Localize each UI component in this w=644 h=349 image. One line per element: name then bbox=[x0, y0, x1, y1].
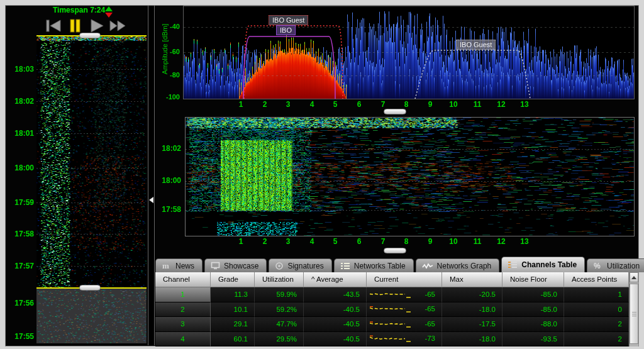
current-cell[interactable]: -65 bbox=[367, 287, 442, 302]
channel-tick-label: 8 bbox=[399, 237, 414, 246]
column-header-access-points[interactable]: Access Points bbox=[564, 272, 629, 287]
scroll-handle[interactable] bbox=[79, 285, 101, 291]
time-label: 17:57 bbox=[5, 262, 34, 270]
current-sparkline bbox=[369, 335, 413, 343]
timespan-label: Timespan 7:24 bbox=[53, 6, 105, 14]
table-scrollbar[interactable] bbox=[629, 272, 638, 346]
column-header-noise-floor[interactable]: Noise Floor bbox=[502, 272, 564, 287]
timeline-waterfall[interactable] bbox=[36, 36, 147, 343]
column-header-max[interactable]: Max bbox=[442, 272, 502, 287]
column-header-current[interactable]: Current bbox=[367, 272, 442, 287]
tab-label: Networks Graph bbox=[437, 262, 492, 270]
tab-label: Utilization bbox=[607, 262, 640, 270]
panel-splitter[interactable] bbox=[147, 6, 156, 345]
noise-floor-cell[interactable]: -93.5 bbox=[502, 332, 564, 347]
channel-row-header[interactable]: 3 bbox=[155, 317, 211, 332]
channel-row-header[interactable]: 2 bbox=[155, 302, 211, 318]
svg-text:m: m bbox=[162, 262, 169, 270]
channel-tick-label: 3 bbox=[280, 100, 296, 109]
channel-row-header[interactable]: 1 bbox=[155, 287, 211, 302]
time-label: 18:00 bbox=[153, 176, 181, 185]
channel-tick-label: 5 bbox=[328, 100, 343, 109]
tab-news[interactable]: mNews bbox=[155, 258, 203, 272]
scroll-handle[interactable] bbox=[384, 109, 406, 114]
signatures-icon bbox=[275, 262, 284, 270]
scroll-up-button[interactable] bbox=[630, 272, 638, 282]
current-value: -65 bbox=[425, 287, 435, 302]
channels-table: ChannelGradeUtilization^ AverageCurrentM… bbox=[155, 272, 629, 346]
noise-floor-cell[interactable]: -88.0 bbox=[502, 317, 564, 332]
tab-signatures[interactable]: Signatures bbox=[269, 258, 331, 272]
utilization-cell[interactable]: 59.2% bbox=[255, 302, 304, 318]
average-cell[interactable]: -40.5 bbox=[304, 317, 367, 332]
tab-showcase[interactable]: Showcase bbox=[204, 258, 267, 272]
current-sparkline bbox=[369, 320, 413, 328]
channel-tick-label: 10 bbox=[446, 237, 461, 246]
current-cell[interactable]: -65 bbox=[367, 317, 442, 332]
timespan-decrease-arrow[interactable] bbox=[105, 13, 113, 18]
column-header-utilization[interactable]: Utilization bbox=[255, 272, 304, 287]
channel-tick-label: 6 bbox=[352, 237, 367, 246]
y-tick-label: -100 bbox=[158, 93, 180, 101]
arrow-up-icon bbox=[631, 276, 636, 279]
tab-channels-table[interactable]: Channels Table bbox=[501, 257, 585, 272]
timespan-increase-arrow[interactable] bbox=[105, 6, 113, 11]
utilization-cell[interactable]: 47.7% bbox=[255, 317, 304, 332]
utilization-cell[interactable]: 59.9% bbox=[255, 287, 304, 302]
tab-label: News bbox=[175, 262, 194, 270]
channel-tick-label: 13 bbox=[517, 100, 532, 109]
grade-cell[interactable]: 10.1 bbox=[211, 302, 255, 318]
scroll-handle[interactable] bbox=[79, 33, 101, 38]
collapse-arrow-icon[interactable] bbox=[149, 197, 153, 203]
network-curve-ibo-guest-2 bbox=[415, 50, 530, 99]
waterfall-plot[interactable] bbox=[186, 118, 634, 236]
average-cell[interactable]: -40.5 bbox=[304, 332, 367, 347]
fast-forward-icon bbox=[108, 18, 127, 33]
noise-floor-cell[interactable]: -85.0 bbox=[502, 287, 564, 302]
access-points-cell[interactable]: 1 bbox=[564, 287, 629, 302]
max-cell[interactable]: -18.0 bbox=[442, 332, 502, 347]
time-label: 17:58 bbox=[5, 230, 34, 238]
utilization-icon: % bbox=[593, 262, 603, 270]
tab-label: Signatures bbox=[287, 262, 323, 270]
channel-tick-label: 6 bbox=[352, 100, 367, 109]
time-label: 18:03 bbox=[5, 65, 34, 74]
channel-tick-label: 11 bbox=[470, 100, 485, 109]
tab-utilization[interactable]: %Utilization bbox=[587, 258, 644, 272]
access-points-cell[interactable]: 2 bbox=[564, 332, 629, 347]
skip-back-button[interactable] bbox=[44, 18, 63, 35]
grade-cell[interactable]: 11.3 bbox=[211, 287, 255, 302]
channel-row-header[interactable]: 4 bbox=[155, 332, 211, 347]
time-label: 17:58 bbox=[153, 205, 181, 214]
fast-forward-button[interactable] bbox=[108, 18, 127, 35]
tab-networks-table[interactable]: Networks Table bbox=[334, 258, 414, 272]
tab-networks-graph[interactable]: Networks Graph bbox=[416, 258, 500, 272]
max-cell[interactable]: -17.5 bbox=[442, 317, 502, 332]
scroll-thumb[interactable] bbox=[630, 284, 638, 344]
access-points-cell[interactable]: 2 bbox=[564, 317, 629, 332]
network-overlays bbox=[184, 6, 634, 99]
current-cell[interactable]: -73 bbox=[367, 332, 442, 347]
channel-tick-label: 4 bbox=[304, 100, 319, 109]
max-cell[interactable]: -18.0 bbox=[442, 302, 502, 318]
y-tick-label: -60 bbox=[158, 48, 180, 55]
average-cell[interactable]: -43.5 bbox=[304, 287, 367, 302]
utilization-cell[interactable]: 29.5% bbox=[255, 332, 304, 347]
average-cell[interactable]: -40.5 bbox=[304, 302, 367, 318]
max-cell[interactable]: -20.5 bbox=[442, 287, 502, 302]
news-icon: m bbox=[162, 262, 172, 270]
scroll-handle[interactable] bbox=[384, 248, 406, 253]
grade-cell[interactable]: 29.1 bbox=[211, 317, 255, 332]
grade-cell[interactable]: 60.1 bbox=[211, 332, 255, 347]
column-header-average[interactable]: ^ Average bbox=[304, 272, 367, 287]
column-header-grade[interactable]: Grade bbox=[211, 272, 255, 287]
channel-tick-label: 7 bbox=[375, 237, 391, 246]
channel-tick-label: 5 bbox=[328, 237, 343, 246]
network-label-ibo-guest: IBO Guest bbox=[269, 15, 308, 25]
channel-tick-label: 3 bbox=[280, 237, 296, 246]
access-points-cell[interactable]: 0 bbox=[564, 302, 629, 318]
channel-tick-label: 8 bbox=[399, 100, 414, 109]
column-header-channel[interactable]: Channel bbox=[155, 272, 211, 287]
noise-floor-cell[interactable]: -85.0 bbox=[502, 302, 564, 318]
current-cell[interactable]: -65 bbox=[367, 302, 442, 318]
